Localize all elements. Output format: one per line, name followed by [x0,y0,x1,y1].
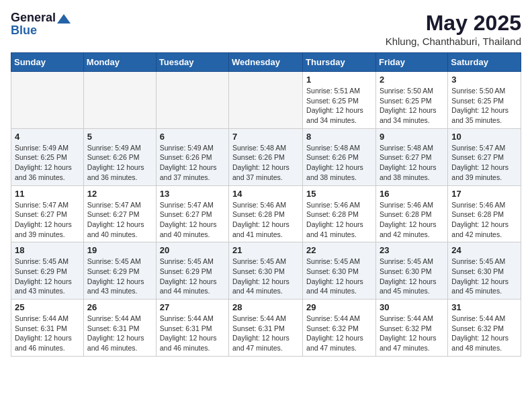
week-row: 11Sunrise: 5:47 AM Sunset: 6:27 PM Dayli… [11,185,521,242]
day-number: 22 [306,245,372,255]
calendar-cell [83,72,156,129]
day-info: Sunrise: 5:45 AM Sunset: 6:30 PM Dayligh… [380,257,444,296]
day-info: Sunrise: 5:44 AM Sunset: 6:31 PM Dayligh… [160,314,225,353]
location-title: Khlung, Chanthaburi, Thailand [386,36,521,47]
calendar-cell: 30Sunrise: 5:44 AM Sunset: 6:32 PM Dayli… [375,300,447,357]
day-number: 28 [232,302,299,312]
week-row: 18Sunrise: 5:45 AM Sunset: 6:29 PM Dayli… [11,242,521,300]
calendar-cell: 21Sunrise: 5:45 AM Sunset: 6:30 PM Dayli… [229,242,303,300]
day-number: 26 [87,302,152,312]
calendar-cell: 22Sunrise: 5:45 AM Sunset: 6:30 PM Dayli… [303,242,376,300]
day-info: Sunrise: 5:47 AM Sunset: 6:27 PM Dayligh… [160,200,225,240]
day-number: 3 [451,75,517,85]
logo-icon [57,14,71,24]
week-row: 1Sunrise: 5:51 AM Sunset: 6:25 PM Daylig… [11,72,521,129]
day-info: Sunrise: 5:48 AM Sunset: 6:26 PM Dayligh… [306,143,372,183]
day-number: 30 [380,302,444,312]
day-info: Sunrise: 5:50 AM Sunset: 6:25 PM Dayligh… [380,86,444,126]
calendar-cell [229,72,303,129]
page-header: General Blue May 2025 Khlung, Chanthabur… [11,11,521,47]
day-info: Sunrise: 5:45 AM Sunset: 6:30 PM Dayligh… [232,257,299,296]
calendar-cell: 10Sunrise: 5:47 AM Sunset: 6:27 PM Dayli… [448,128,521,185]
week-row: 25Sunrise: 5:44 AM Sunset: 6:31 PM Dayli… [11,300,521,357]
calendar-cell: 13Sunrise: 5:47 AM Sunset: 6:27 PM Dayli… [156,185,228,242]
logo-blue: Blue [11,24,37,38]
day-info: Sunrise: 5:49 AM Sunset: 6:25 PM Dayligh… [15,143,80,183]
calendar-cell: 29Sunrise: 5:44 AM Sunset: 6:32 PM Dayli… [303,300,376,357]
month-title: May 2025 [386,11,521,36]
day-number: 12 [87,189,152,199]
week-row: 4Sunrise: 5:49 AM Sunset: 6:25 PM Daylig… [11,128,521,185]
calendar-cell: 16Sunrise: 5:46 AM Sunset: 6:28 PM Dayli… [375,185,447,242]
day-info: Sunrise: 5:44 AM Sunset: 6:31 PM Dayligh… [15,314,80,353]
day-number: 16 [380,189,444,199]
day-info: Sunrise: 5:44 AM Sunset: 6:31 PM Dayligh… [232,314,299,353]
day-number: 8 [306,132,372,142]
calendar-cell: 18Sunrise: 5:45 AM Sunset: 6:29 PM Dayli… [11,242,84,300]
day-info: Sunrise: 5:46 AM Sunset: 6:28 PM Dayligh… [306,200,372,240]
day-number: 11 [15,189,80,199]
day-info: Sunrise: 5:51 AM Sunset: 6:25 PM Dayligh… [306,86,372,126]
calendar-cell: 8Sunrise: 5:48 AM Sunset: 6:26 PM Daylig… [303,128,376,185]
day-info: Sunrise: 5:46 AM Sunset: 6:28 PM Dayligh… [451,200,517,240]
day-info: Sunrise: 5:45 AM Sunset: 6:29 PM Dayligh… [15,257,80,296]
calendar-cell [156,72,228,129]
day-number: 4 [15,132,80,142]
day-info: Sunrise: 5:44 AM Sunset: 6:32 PM Dayligh… [306,314,372,353]
day-number: 13 [160,189,225,199]
day-info: Sunrise: 5:45 AM Sunset: 6:29 PM Dayligh… [87,257,152,296]
day-number: 15 [306,189,372,199]
day-info: Sunrise: 5:45 AM Sunset: 6:29 PM Dayligh… [160,257,225,296]
calendar-cell: 5Sunrise: 5:49 AM Sunset: 6:26 PM Daylig… [83,128,156,185]
calendar-cell: 15Sunrise: 5:46 AM Sunset: 6:28 PM Dayli… [303,185,376,242]
day-number: 27 [160,302,225,312]
calendar-cell: 17Sunrise: 5:46 AM Sunset: 6:28 PM Dayli… [448,185,521,242]
calendar-cell: 27Sunrise: 5:44 AM Sunset: 6:31 PM Dayli… [156,300,228,357]
column-header-wednesday: Wednesday [229,53,303,72]
calendar-cell: 9Sunrise: 5:48 AM Sunset: 6:27 PM Daylig… [375,128,447,185]
calendar-cell: 26Sunrise: 5:44 AM Sunset: 6:31 PM Dayli… [83,300,156,357]
day-info: Sunrise: 5:45 AM Sunset: 6:30 PM Dayligh… [451,257,517,296]
day-info: Sunrise: 5:49 AM Sunset: 6:26 PM Dayligh… [87,143,152,183]
day-number: 31 [451,302,517,312]
svg-marker-0 [57,14,71,24]
column-header-sunday: Sunday [11,53,84,72]
title-block: May 2025 Khlung, Chanthaburi, Thailand [386,11,521,47]
day-number: 24 [451,245,517,255]
calendar-cell: 14Sunrise: 5:46 AM Sunset: 6:28 PM Dayli… [229,185,303,242]
day-number: 5 [87,132,152,142]
day-number: 7 [232,132,299,142]
calendar-table: SundayMondayTuesdayWednesdayThursdayFrid… [11,52,521,357]
day-number: 2 [380,75,444,85]
day-number: 23 [380,245,444,255]
day-info: Sunrise: 5:48 AM Sunset: 6:27 PM Dayligh… [380,143,444,183]
day-info: Sunrise: 5:47 AM Sunset: 6:27 PM Dayligh… [87,200,152,240]
day-info: Sunrise: 5:44 AM Sunset: 6:31 PM Dayligh… [87,314,152,353]
column-header-tuesday: Tuesday [156,53,228,72]
day-number: 18 [15,245,80,255]
day-info: Sunrise: 5:44 AM Sunset: 6:32 PM Dayligh… [380,314,444,353]
column-header-monday: Monday [83,53,156,72]
day-info: Sunrise: 5:46 AM Sunset: 6:28 PM Dayligh… [380,200,444,240]
calendar-cell: 23Sunrise: 5:45 AM Sunset: 6:30 PM Dayli… [375,242,447,300]
calendar-cell: 12Sunrise: 5:47 AM Sunset: 6:27 PM Dayli… [83,185,156,242]
day-number: 10 [451,132,517,142]
calendar-cell: 20Sunrise: 5:45 AM Sunset: 6:29 PM Dayli… [156,242,228,300]
logo-general: General [11,11,56,25]
logo: General Blue [11,11,71,38]
day-info: Sunrise: 5:45 AM Sunset: 6:30 PM Dayligh… [306,257,372,296]
calendar-cell: 31Sunrise: 5:44 AM Sunset: 6:32 PM Dayli… [448,300,521,357]
day-number: 17 [451,189,517,199]
column-header-thursday: Thursday [303,53,376,72]
day-number: 19 [87,245,152,255]
calendar-cell [11,72,84,129]
day-info: Sunrise: 5:44 AM Sunset: 6:32 PM Dayligh… [451,314,517,353]
calendar-cell: 3Sunrise: 5:50 AM Sunset: 6:25 PM Daylig… [448,72,521,129]
header-row: SundayMondayTuesdayWednesdayThursdayFrid… [11,53,521,72]
day-number: 21 [232,245,299,255]
column-header-friday: Friday [375,53,447,72]
day-number: 1 [306,75,372,85]
calendar-cell: 4Sunrise: 5:49 AM Sunset: 6:25 PM Daylig… [11,128,84,185]
calendar-cell: 11Sunrise: 5:47 AM Sunset: 6:27 PM Dayli… [11,185,84,242]
calendar-cell: 1Sunrise: 5:51 AM Sunset: 6:25 PM Daylig… [303,72,376,129]
